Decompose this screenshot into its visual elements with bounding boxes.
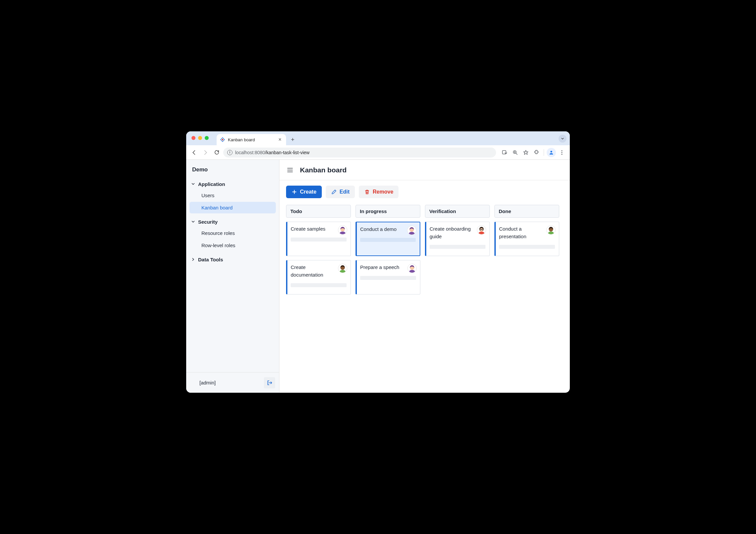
chevron-down-icon (190, 181, 196, 187)
browser-tab[interactable]: Kanban board × (217, 134, 286, 145)
kanban-column-in-progress: In progressConduct a demo Prepare a spee… (356, 205, 420, 294)
kanban-card-placeholder (360, 276, 416, 280)
profile-button[interactable] (547, 148, 556, 157)
sidebar-item-resource-roles[interactable]: Resource roles (189, 227, 276, 239)
svg-point-4 (550, 151, 552, 152)
kanban-column-done: DoneConduct a presentation (494, 205, 559, 256)
kanban-card-placeholder (291, 238, 347, 242)
tabs-dropdown-button[interactable] (559, 135, 567, 143)
assignee-avatar[interactable] (477, 225, 486, 235)
kanban-board: TodoCreate samples Create documentation … (286, 205, 563, 294)
remove-button-label: Remove (373, 189, 393, 195)
plus-icon (291, 189, 297, 195)
svg-point-6 (562, 152, 563, 153)
kanban-column-header[interactable]: Done (494, 205, 559, 218)
sidebar-item-kanban-board[interactable]: Kanban board (189, 202, 276, 213)
window-controls (191, 136, 209, 140)
nav-reload-button[interactable] (212, 148, 221, 157)
kanban-column-header[interactable]: Verification (425, 205, 490, 218)
assignee-avatar[interactable] (338, 264, 347, 273)
svg-marker-1 (222, 139, 223, 140)
sidebar-section-security[interactable]: Security (186, 214, 279, 227)
favicon-icon (220, 137, 225, 142)
bookmark-icon[interactable] (521, 148, 530, 157)
window-close[interactable] (191, 136, 195, 140)
browser-tabstrip: Kanban board × + (186, 131, 570, 145)
edit-button[interactable]: Edit (326, 186, 355, 198)
edit-button-label: Edit (340, 189, 350, 195)
main-panel: Kanban board Create Edit Remove (279, 160, 570, 393)
kanban-column-todo: TodoCreate samples Create documentation (286, 205, 351, 294)
kanban-card[interactable]: Conduct a presentation (494, 222, 559, 256)
sidebar-item-row-level-roles[interactable]: Row-level roles (189, 240, 276, 251)
create-button[interactable]: Create (286, 186, 322, 198)
window-minimize[interactable] (198, 136, 202, 140)
new-tab-button[interactable]: + (288, 135, 297, 144)
nav-forward-button[interactable] (201, 148, 210, 157)
sidebar-section-title: Data Tools (198, 257, 223, 262)
create-button-label: Create (300, 189, 316, 195)
assignee-avatar[interactable] (407, 226, 416, 235)
kanban-column-verification: VerificationCreate onboarding guide (425, 205, 490, 256)
extensions-icon[interactable] (532, 148, 541, 157)
kanban-card[interactable]: Create onboarding guide (425, 222, 490, 256)
kanban-card[interactable]: Create documentation (286, 260, 351, 294)
kanban-card-placeholder (499, 245, 555, 249)
assignee-avatar[interactable] (407, 264, 417, 273)
browser-toolbar: i localhost:8080/kanban-task-list-view (186, 145, 570, 160)
chevron-right-icon (190, 256, 196, 262)
browser-window: Kanban board × + i localhost:8080/kan (186, 131, 570, 393)
assignee-avatar[interactable] (546, 225, 556, 235)
kanban-card[interactable]: Conduct a demo (356, 222, 420, 256)
sidebar-section-data-tools[interactable]: Data Tools (186, 252, 279, 264)
zoom-icon[interactable] (511, 148, 520, 157)
page-title: Kanban board (300, 166, 347, 174)
svg-point-7 (562, 154, 563, 155)
sidebar-section-title: Application (198, 181, 225, 187)
window-maximize[interactable] (205, 136, 209, 140)
kanban-column-header[interactable]: In progress (356, 205, 420, 218)
browser-tab-title: Kanban board (228, 137, 274, 142)
pencil-icon (331, 189, 337, 195)
current-user-label: [admin] (199, 380, 216, 385)
tab-close-icon[interactable]: × (277, 137, 283, 143)
kanban-column-header[interactable]: Todo (286, 205, 351, 218)
app-root: Demo ApplicationUsersKanban boardSecurit… (186, 160, 570, 393)
kanban-card-placeholder (291, 283, 347, 287)
site-info-icon[interactable]: i (227, 150, 232, 155)
toolbar: Create Edit Remove (279, 180, 570, 200)
kanban-card-placeholder (360, 238, 416, 242)
nav-back-button[interactable] (189, 148, 199, 157)
kanban-card[interactable]: Create samples (286, 222, 351, 256)
sidebar-footer: [admin] (186, 372, 279, 393)
sidebar-section-application[interactable]: Application (186, 176, 279, 189)
kanban-board-scroll[interactable]: TodoCreate samples Create documentation … (279, 200, 570, 300)
chevron-down-icon (190, 219, 196, 225)
svg-point-5 (562, 150, 563, 151)
kanban-card[interactable]: Prepare a speech (356, 260, 420, 294)
trash-icon (364, 189, 370, 195)
menu-toggle-button[interactable] (286, 166, 294, 174)
sidebar-item-users[interactable]: Users (189, 190, 276, 201)
sidebar-brand: Demo (186, 160, 279, 176)
assignee-avatar[interactable] (338, 225, 347, 235)
kanban-card-placeholder (430, 245, 485, 249)
install-app-icon[interactable] (500, 148, 509, 157)
sidebar: Demo ApplicationUsersKanban boardSecurit… (186, 160, 279, 393)
logout-button[interactable] (264, 377, 275, 388)
remove-button[interactable]: Remove (359, 186, 399, 198)
browser-menu-button[interactable] (557, 148, 567, 157)
page-header: Kanban board (279, 160, 570, 180)
sidebar-section-title: Security (198, 219, 218, 225)
url-text: localhost:8080/kanban-task-list-view (235, 150, 310, 155)
address-bar[interactable]: i localhost:8080/kanban-task-list-view (223, 148, 496, 157)
